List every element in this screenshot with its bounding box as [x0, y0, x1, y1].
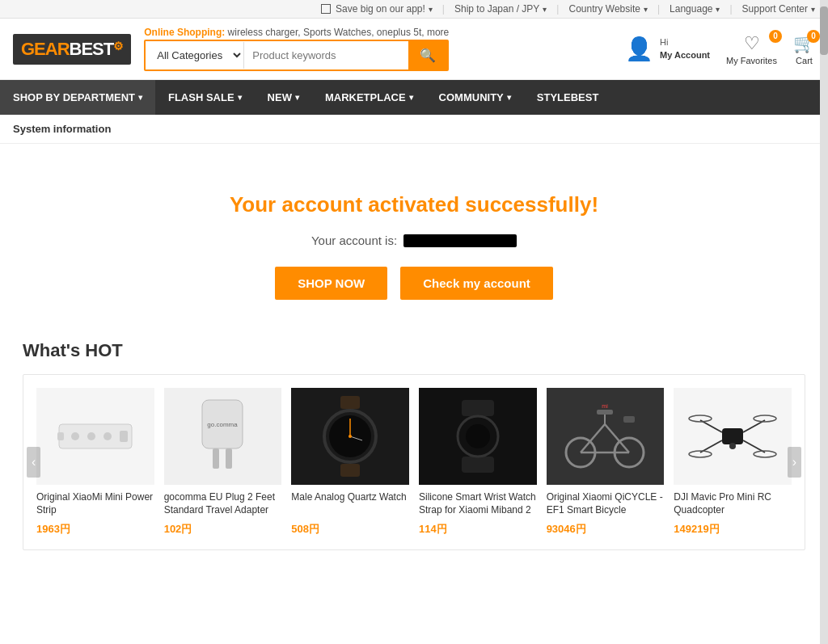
- product-name-3: Male Analog Quartz Watch: [291, 491, 409, 517]
- app-download[interactable]: Save big on our app! ▾: [321, 3, 433, 15]
- svg-point-3: [104, 432, 112, 440]
- ship-to[interactable]: Ship to Japan / JPY ▾: [454, 3, 547, 15]
- nav-flash-sale[interactable]: FLASH SALE ▾: [155, 80, 255, 115]
- nav-marketplace[interactable]: MARKETPLACE ▾: [312, 80, 426, 115]
- system-info-text: System information: [13, 123, 111, 135]
- nav-stylebest[interactable]: STYLEBEST: [524, 80, 612, 115]
- svg-rect-28: [623, 416, 635, 423]
- shop-chevron: ▾: [138, 93, 142, 102]
- nav-new[interactable]: NEW ▾: [255, 80, 312, 115]
- svg-rect-5: [57, 432, 64, 440]
- svg-rect-27: [597, 410, 613, 415]
- success-title: Your account activated successfully!: [39, 192, 789, 217]
- product-image-3: [291, 388, 409, 485]
- flash-chevron: ▾: [238, 93, 242, 102]
- community-chevron: ▾: [507, 93, 511, 102]
- product-price-6: 149219円: [674, 522, 792, 537]
- nav-community[interactable]: COMMUNITY ▾: [426, 80, 524, 115]
- account-is-row: Your account is:: [39, 234, 789, 247]
- country-chevron: ▾: [644, 5, 648, 14]
- band-svg: [454, 396, 502, 477]
- svg-rect-8: [226, 448, 232, 469]
- svg-point-1: [71, 432, 79, 440]
- header: GEARBEST⚙ Online Shopping: wireless char…: [0, 19, 828, 80]
- power-strip-svg: [55, 408, 136, 465]
- category-select[interactable]: All Categories: [146, 42, 244, 69]
- check-account-button[interactable]: Check my account: [400, 267, 553, 300]
- cart-button[interactable]: 🛒 0 Cart: [793, 33, 815, 65]
- country-website[interactable]: Country Website ▾: [568, 3, 647, 15]
- svg-rect-17: [462, 400, 494, 416]
- svg-rect-18: [462, 457, 494, 473]
- svg-rect-7: [213, 448, 219, 469]
- product-price-3: 508円: [291, 522, 409, 537]
- product-image-4: [419, 388, 537, 485]
- svg-rect-20: [466, 424, 490, 448]
- page-scrollbar[interactable]: [820, 0, 828, 566]
- app-chevron: ▾: [429, 5, 433, 14]
- product-image-5: mi: [547, 388, 665, 485]
- product-card-2[interactable]: go.comma gocomma EU Plug 2 Feet Standard…: [164, 388, 282, 537]
- bike-svg: mi: [560, 400, 649, 473]
- products-grid: Original XiaoMi Mini Power Strip 1963円 g…: [36, 388, 792, 537]
- search-input[interactable]: [244, 43, 408, 68]
- products-container: ‹ Original XiaoMi Mini Pow: [23, 374, 805, 550]
- person-icon: 👤: [625, 36, 653, 62]
- product-image-1: [36, 388, 154, 485]
- language-selector[interactable]: Language ▾: [670, 3, 720, 15]
- product-card-1[interactable]: Original XiaoMi Mini Power Strip 1963円: [36, 388, 154, 537]
- marketplace-chevron: ▾: [409, 93, 413, 102]
- new-chevron: ▾: [295, 93, 299, 102]
- carousel-next-button[interactable]: ›: [788, 447, 801, 478]
- online-shopping-links: Online Shopping: wireless charger, Sport…: [144, 27, 449, 71]
- svg-point-16: [349, 435, 352, 438]
- watch-svg: [318, 396, 382, 477]
- product-price-1: 1963円: [36, 522, 154, 537]
- system-info-bar: System information: [0, 115, 828, 144]
- svg-rect-10: [340, 396, 360, 409]
- search-button[interactable]: 🔍: [408, 41, 447, 69]
- carousel-prev-button[interactable]: ‹: [27, 447, 40, 478]
- svg-rect-11: [340, 464, 360, 477]
- account-is-label: Your account is:: [311, 234, 397, 247]
- favorites-label: My Favorites: [726, 56, 777, 65]
- account-button[interactable]: 👤 Hi My Account: [625, 36, 710, 62]
- whats-hot-title: What's HOT: [23, 340, 805, 361]
- cart-label: Cart: [796, 56, 813, 65]
- product-name-4: Silicone Smart Wrist Watch Strap for Xia…: [419, 491, 537, 517]
- action-buttons: SHOP NOW Check my account: [39, 267, 789, 300]
- header-actions: 👤 Hi My Account ♡ 0 My Favorites 🛒 0 Car…: [625, 33, 815, 65]
- favorites-button[interactable]: ♡ 0 My Favorites: [726, 33, 777, 65]
- language-chevron: ▾: [716, 5, 720, 14]
- product-card-5[interactable]: mi Original Xiaomi QiCYCLE - EF1 Smart B…: [547, 388, 665, 537]
- logo[interactable]: GEARBEST⚙: [13, 34, 131, 65]
- product-name-6: DJI Mavic Pro Mini RC Quadcopter: [674, 491, 792, 517]
- online-shopping-items[interactable]: wireless charger, Sports Watches, oneplu…: [228, 27, 450, 38]
- product-image-6: [674, 388, 792, 485]
- search-area: All Categories 🔍: [144, 40, 449, 71]
- app-label: Save big on our app!: [336, 3, 425, 15]
- svg-text:mi: mi: [602, 403, 609, 409]
- support-chevron: ▾: [811, 5, 815, 14]
- product-card-4[interactable]: Silicone Smart Wrist Watch Strap for Xia…: [419, 388, 537, 537]
- phone-icon: [321, 4, 331, 14]
- account-email-redacted: [403, 234, 517, 247]
- cart-badge: 0: [807, 30, 820, 43]
- support-label: Support Center: [742, 3, 808, 15]
- online-shopping-label: Online Shopping:: [144, 27, 225, 38]
- heart-icon: ♡: [744, 33, 760, 54]
- country-label: Country Website: [568, 3, 640, 15]
- ship-label: Ship to Japan / JPY: [454, 3, 539, 15]
- language-label: Language: [670, 3, 712, 15]
- svg-text:go.comma: go.comma: [208, 421, 239, 428]
- product-price-4: 114円: [419, 522, 537, 537]
- product-price-2: 102円: [164, 522, 282, 537]
- scrollbar-thumb[interactable]: [820, 6, 828, 55]
- product-image-2: go.comma: [164, 388, 282, 485]
- support-center[interactable]: Support Center ▾: [742, 3, 815, 15]
- nav-shop-by-department[interactable]: SHOP BY DEPARTMENT ▾: [0, 80, 155, 115]
- product-card-3[interactable]: Male Analog Quartz Watch 508円: [291, 388, 409, 537]
- shop-now-button[interactable]: SHOP NOW: [275, 267, 387, 300]
- product-card-6[interactable]: DJI Mavic Pro Mini RC Quadcopter 149219円: [674, 388, 792, 537]
- success-section: Your account activated successfully! You…: [23, 160, 805, 324]
